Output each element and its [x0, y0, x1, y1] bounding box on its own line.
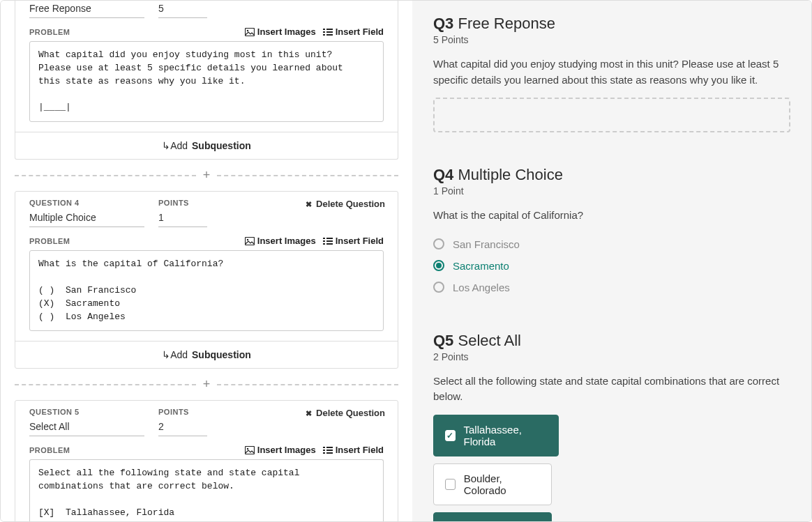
svg-rect-7: [326, 34, 333, 36]
question-points-input[interactable]: [158, 1, 207, 18]
question-card-3: PROBLEM Insert Images Insert Field What …: [15, 1, 398, 160]
add-subquestion-button[interactable]: ↳Add Subquestion: [15, 132, 398, 159]
svg-rect-15: [326, 243, 333, 245]
radio-option-selected[interactable]: Sacramento: [433, 255, 790, 277]
svg-rect-20: [323, 450, 325, 451]
preview-points: 2 Points: [433, 351, 790, 362]
svg-rect-2: [323, 29, 325, 30]
preview-title: Q5 Select All: [433, 332, 790, 350]
preview-text: What capital did you enjoy studying most…: [433, 56, 790, 88]
preview-question-3: Q3 Free Reponse 5 Points What capital di…: [433, 15, 790, 132]
svg-rect-13: [326, 240, 333, 242]
problem-textarea[interactable]: Select all the following state and state…: [29, 459, 384, 521]
question-divider: +: [15, 377, 398, 392]
svg-rect-4: [323, 31, 325, 33]
svg-rect-18: [323, 447, 325, 448]
insert-field-button[interactable]: Insert Field: [323, 445, 384, 455]
checkbox-option-selected[interactable]: ✓ Lansing, Michigan: [433, 512, 552, 522]
list-icon: [323, 237, 333, 245]
radio-icon: [433, 260, 444, 271]
app-container: PROBLEM Insert Images Insert Field What …: [0, 0, 812, 522]
svg-point-17: [247, 448, 248, 450]
problem-textarea[interactable]: What is the capital of California? ( ) S…: [29, 250, 384, 331]
question-card-5: QUESTION 5 POINTS Delete Question PROBLE…: [15, 400, 398, 521]
svg-rect-10: [323, 238, 325, 239]
svg-rect-0: [245, 28, 254, 36]
question-card-4: QUESTION 4 POINTS Delete Question PROBLE…: [15, 191, 398, 369]
problem-textarea[interactable]: What capital did you enjoy studying most…: [29, 41, 384, 122]
preview-text: Select all the following state and state…: [433, 374, 790, 405]
svg-rect-5: [326, 31, 333, 33]
points-label: POINTS: [158, 408, 287, 416]
radio-icon: [433, 282, 444, 293]
preview-question-4: Q4 Multiple Choice 1 Point What is the c…: [433, 166, 790, 298]
radio-option[interactable]: San Francisco: [433, 233, 790, 255]
question-title-input[interactable]: [29, 419, 144, 436]
svg-rect-8: [245, 237, 254, 245]
add-subquestion-button[interactable]: ↳Add Subquestion: [15, 341, 398, 368]
radio-icon: [433, 238, 444, 250]
preview-title: Q4 Multiple Choice: [433, 166, 790, 184]
svg-rect-14: [323, 243, 325, 245]
svg-rect-12: [323, 240, 325, 242]
svg-rect-11: [326, 238, 333, 239]
insert-field-button[interactable]: Insert Field: [323, 236, 384, 246]
question-number-label: QUESTION 4: [29, 199, 158, 207]
check-icon: ✓: [445, 430, 456, 441]
problem-label: PROBLEM: [29, 237, 70, 245]
add-question-button[interactable]: +: [196, 377, 218, 392]
insert-tools: Insert Images Insert Field: [245, 236, 384, 246]
image-icon: [245, 28, 255, 36]
image-icon: [245, 446, 255, 454]
preview-panel: Q3 Free Reponse 5 Points What capital di…: [412, 1, 811, 521]
question-number-label: QUESTION 5: [29, 408, 158, 416]
preview-points: 1 Point: [433, 185, 790, 197]
free-response-field[interactable]: [433, 98, 790, 132]
add-question-button[interactable]: +: [196, 168, 218, 183]
points-label: POINTS: [158, 199, 287, 207]
question-title-input[interactable]: [29, 210, 144, 227]
preview-title: Q3 Free Reponse: [433, 15, 790, 33]
svg-rect-3: [326, 29, 333, 30]
insert-tools: Insert Images Insert Field: [245, 445, 384, 455]
insert-field-button[interactable]: Insert Field: [323, 26, 384, 37]
list-icon: [323, 28, 333, 36]
insert-images-button[interactable]: Insert Images: [245, 236, 316, 246]
svg-point-9: [247, 239, 248, 240]
svg-point-1: [247, 29, 248, 31]
editor-panel: PROBLEM Insert Images Insert Field What …: [1, 1, 412, 521]
svg-rect-22: [323, 452, 325, 454]
svg-rect-6: [323, 34, 325, 36]
question-points-input[interactable]: [158, 210, 207, 227]
preview-text: What is the capital of California?: [433, 208, 790, 224]
image-icon: [245, 237, 255, 245]
svg-rect-19: [326, 447, 333, 448]
question-divider: +: [15, 168, 398, 183]
delete-question-button[interactable]: Delete Question: [306, 408, 385, 418]
delete-question-button[interactable]: Delete Question: [306, 199, 385, 209]
svg-rect-16: [245, 446, 254, 454]
insert-images-button[interactable]: Insert Images: [245, 26, 316, 37]
checkbox-option[interactable]: Boulder, Colorado: [433, 463, 552, 505]
svg-rect-21: [326, 450, 333, 451]
question-title-input[interactable]: [29, 1, 144, 18]
preview-points: 5 Points: [433, 34, 790, 45]
check-icon: [445, 479, 456, 490]
svg-rect-23: [326, 452, 333, 454]
list-icon: [323, 446, 333, 454]
insert-tools: Insert Images Insert Field: [245, 26, 384, 37]
insert-images-button[interactable]: Insert Images: [245, 445, 316, 455]
checkbox-option-selected[interactable]: ✓ Tallahassee, Florida: [433, 415, 559, 456]
preview-question-5: Q5 Select All 2 Points Select all the fo…: [433, 332, 790, 522]
question-points-input[interactable]: [158, 419, 207, 436]
problem-label: PROBLEM: [29, 446, 70, 454]
problem-label: PROBLEM: [29, 28, 70, 36]
radio-option[interactable]: Los Angeles: [433, 277, 790, 298]
